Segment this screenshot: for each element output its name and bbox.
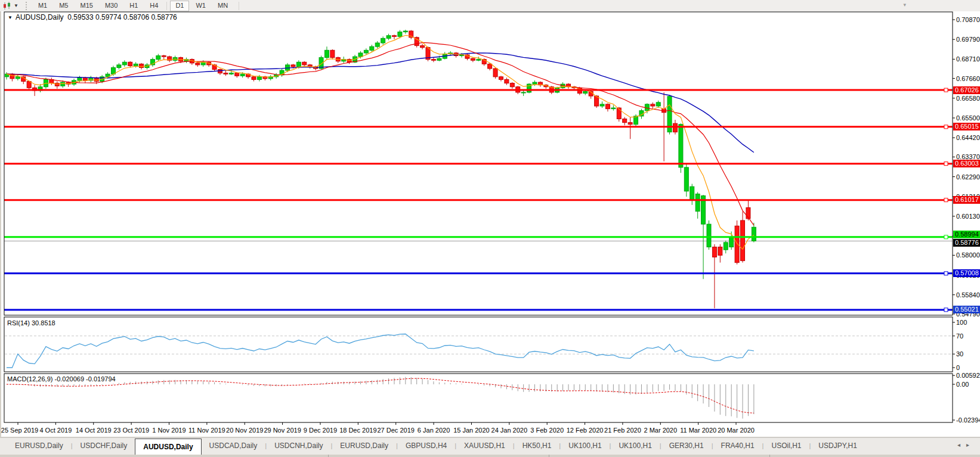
timeframe-button-m30[interactable]: M30 (100, 1, 123, 11)
price-badge: 0.67026 (953, 86, 980, 94)
date-label: 15 Jan 2020 (453, 427, 490, 434)
candlestick-chart-icon[interactable] (2, 2, 12, 10)
chart-tab-fra40-h1[interactable]: FRA40,H1 (713, 438, 762, 455)
timeframe-button-h4[interactable]: H4 (144, 1, 163, 11)
window-left-edge (0, 11, 1, 457)
status-strip (0, 455, 980, 457)
rsi-tick-label: 0 (956, 364, 960, 371)
tab-scroll-right-icon: ▸ (966, 442, 975, 448)
down-triangle-icon[interactable]: ▼ (8, 15, 13, 20)
date-label: 3 Feb 2020 (530, 427, 564, 434)
price-tick-label: 0.66580 (956, 95, 980, 102)
status-strip-divider (328, 455, 329, 457)
price-badge: 0.55021 (953, 306, 980, 313)
toolbar-grip[interactable] (26, 2, 29, 10)
date-label: 29 Nov 2019 (264, 427, 301, 434)
date-label: 4 Oct 2019 (39, 427, 72, 434)
top-toolbar: ▼ M1M5M15M30H1H4D1W1MN ▾ (0, 0, 980, 12)
date-label: 1 Nov 2019 (152, 427, 186, 434)
chart-tab-usoil-h1[interactable]: USOil,H1 (763, 438, 809, 455)
chart-tab-ger30-h1[interactable]: GER30,H1 (661, 438, 712, 455)
chart-tab-usdcad-daily[interactable]: USDCAD,Daily (202, 438, 265, 455)
price-badge: 0.57008 (953, 269, 980, 277)
date-label: 9 Dec 2019 (304, 427, 337, 434)
date-label: 20 Nov 2019 (226, 427, 263, 434)
price-tick-label: 0.68710 (956, 55, 980, 63)
timeframe-button-group: M1M5M15M30H1H4D1W1MN (32, 1, 242, 11)
tab-scroll-left-icon: ◂ (957, 442, 966, 448)
price-tick-label: 0.65500 (956, 114, 980, 122)
date-label: 2 Mar 2020 (644, 427, 677, 434)
macd-indicator-label: MACD(12,26,9) -0.020069 -0.019794 (7, 375, 116, 383)
price-badge: 0.65015 (953, 123, 980, 130)
toolbar-overflow-icon[interactable]: ▾ (903, 2, 906, 8)
price-tick-label: 0.58000 (956, 251, 980, 259)
chart-tab-xauusd-h1[interactable]: XAUUSD,H1 (456, 438, 513, 455)
rsi-tick-label: 70 (956, 332, 963, 340)
timeframe-button-d1[interactable]: D1 (170, 1, 189, 11)
chart-tab-gbpusd-h4[interactable]: GBPUSD,H4 (398, 438, 455, 455)
status-strip-divider (769, 455, 770, 457)
status-strip-divider (549, 455, 549, 457)
price-badge: 0.61017 (953, 196, 980, 204)
timeframe-button-mn[interactable]: MN (212, 1, 233, 11)
chart-tab-uk100-h1[interactable]: UK100,H1 (561, 438, 609, 455)
chart-tab-audusd-daily[interactable]: AUDUSD,Daily (135, 439, 201, 455)
macd-tick-label: 0.00 (956, 381, 969, 388)
rsi-tick-label: 100 (956, 319, 967, 326)
chart-area[interactable] (1, 11, 980, 437)
tab-scroll-arrows[interactable]: ◂▸ (957, 442, 975, 448)
date-label: 21 Feb 2020 (604, 427, 641, 434)
chart-tab-usdcnh-daily[interactable]: USDCNH,Daily (267, 438, 330, 455)
chevron-down-icon[interactable]: ▼ (14, 3, 18, 8)
date-label: 6 Jan 2020 (418, 427, 450, 434)
date-label: 18 Dec 2019 (339, 427, 376, 434)
price-badge: 0.58994 (953, 231, 980, 238)
date-label: 24 Jan 2020 (491, 427, 528, 434)
date-label: 11 Nov 2019 (188, 427, 225, 434)
chart-tab-hk50-h1[interactable]: HK50,H1 (515, 438, 559, 455)
chart-title: ▼AUDUSD,Daily 0.59533 0.59774 0.58706 0.… (8, 13, 177, 21)
timeframe-button-h1[interactable]: H1 (124, 1, 143, 11)
macd-tick-label: 0.005923 (956, 372, 980, 379)
date-label: 23 Oct 2019 (113, 427, 149, 434)
timeframe-button-w1[interactable]: W1 (190, 1, 211, 11)
date-label: 27 Dec 2019 (377, 427, 414, 434)
chart-tab-uk100-h1[interactable]: UK100,H1 (611, 438, 659, 455)
date-label: 14 Oct 2019 (76, 427, 112, 434)
price-tick-label: 0.69790 (956, 36, 980, 43)
mt4-window: { "toolbar": { "chart_type_icon": "candl… (0, 0, 980, 457)
timeframe-button-m15[interactable]: M15 (75, 1, 98, 11)
chart-tab-bar: EURUSD,Daily|USDCHF,DailyAUDUSD,DailyUSD… (0, 437, 980, 455)
price-tick-label: 0.70870 (956, 16, 980, 23)
rsi-indicator-label: RSI(14) 30.8518 (7, 319, 55, 327)
date-label: 25 Sep 2019 (1, 427, 38, 434)
macd-tick-label: -0.023944 (956, 416, 980, 424)
date-label: 20 Mar 2020 (718, 427, 755, 434)
chart-symbol: AUDUSD,Daily (16, 13, 64, 21)
rsi-tick-label: 30 (956, 350, 963, 357)
date-label: 12 Feb 2020 (567, 427, 604, 434)
price-tick-label: 0.60130 (956, 213, 980, 220)
chart-ohlc-values: 0.59533 0.59774 0.58706 0.58776 (67, 13, 177, 21)
chart-tab-usdjpy-h1[interactable]: USDJPY,H1 (811, 438, 864, 455)
price-tick-label: 0.67660 (956, 75, 980, 82)
timeframe-button-m5[interactable]: M5 (54, 1, 73, 11)
price-badge: 0.58776 (953, 239, 980, 247)
price-tick-label: 0.62290 (956, 173, 980, 181)
price-tick-label: 0.64420 (956, 134, 980, 141)
chart-tab-eurusd-daily[interactable]: EURUSD,Daily (332, 438, 396, 455)
date-label: 11 Mar 2020 (680, 427, 716, 434)
chart-tab-usdchf-daily[interactable]: USDCHF,Daily (73, 438, 135, 455)
chart-tab-eurusd-daily[interactable]: EURUSD,Daily (7, 438, 71, 455)
timeframe-button-m1[interactable]: M1 (33, 1, 52, 11)
price-tick-label: 0.55840 (956, 291, 980, 299)
price-badge: 0.63003 (953, 160, 980, 167)
